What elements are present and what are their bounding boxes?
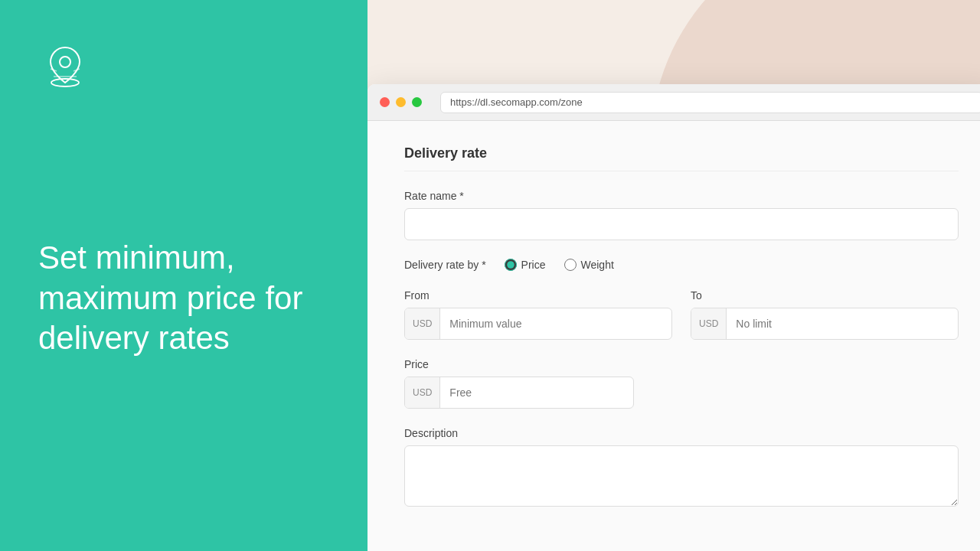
- radio-weight-input[interactable]: [564, 259, 577, 271]
- from-input[interactable]: [440, 318, 671, 330]
- logo-icon: [38, 38, 92, 95]
- to-group: To USD: [691, 289, 959, 340]
- browser-dot-green[interactable]: [412, 97, 422, 107]
- from-group: From USD: [404, 289, 672, 340]
- price-label: Price: [404, 358, 959, 370]
- browser-window: https://dl.secomapp.com/zone Delivery ra…: [368, 84, 980, 551]
- browser-url-text: https://dl.secomapp.com/zone: [450, 96, 583, 108]
- from-to-row: From USD To USD: [404, 289, 959, 340]
- price-input-wrapper: USD: [404, 377, 634, 409]
- browser-url-bar: https://dl.secomapp.com/zone: [440, 92, 980, 113]
- description-label: Description: [404, 427, 959, 439]
- section-header: Delivery rate: [404, 145, 959, 171]
- delivery-rate-by-label: Delivery rate by *: [404, 259, 486, 271]
- left-panel: Set minimum, maximum price for delivery …: [0, 0, 368, 551]
- to-input[interactable]: [727, 318, 958, 330]
- price-input[interactable]: [440, 386, 633, 399]
- to-prefix: USD: [691, 308, 727, 339]
- to-label: To: [691, 289, 959, 302]
- radio-option-weight[interactable]: Weight: [564, 259, 614, 271]
- radio-weight-label: Weight: [581, 259, 614, 271]
- price-group: Price USD: [404, 358, 959, 409]
- description-textarea[interactable]: [404, 445, 959, 507]
- browser-dot-red[interactable]: [380, 97, 390, 107]
- price-prefix: USD: [405, 377, 440, 408]
- radio-option-price[interactable]: Price: [505, 259, 546, 271]
- hero-text: Set minimum, maximum price for delivery …: [38, 238, 329, 359]
- radio-price-input[interactable]: [505, 259, 517, 271]
- rate-name-label: Rate name *: [404, 190, 959, 202]
- svg-point-1: [60, 57, 70, 67]
- radio-price-label: Price: [521, 259, 546, 271]
- browser-content: Delivery rate Rate name * Delivery rate …: [368, 121, 980, 551]
- from-label: From: [404, 289, 672, 302]
- browser-toolbar: https://dl.secomapp.com/zone: [368, 84, 980, 121]
- description-group: Description: [404, 427, 959, 510]
- rate-name-input[interactable]: [404, 208, 959, 240]
- right-panel: https://dl.secomapp.com/zone Delivery ra…: [368, 0, 980, 551]
- to-input-wrapper: USD: [691, 308, 959, 340]
- from-input-wrapper: USD: [404, 308, 672, 340]
- from-prefix: USD: [405, 308, 440, 339]
- browser-dot-yellow[interactable]: [396, 97, 406, 107]
- delivery-rate-by-group: Delivery rate by * Price Weight: [404, 259, 959, 271]
- rate-name-group: Rate name *: [404, 190, 959, 240]
